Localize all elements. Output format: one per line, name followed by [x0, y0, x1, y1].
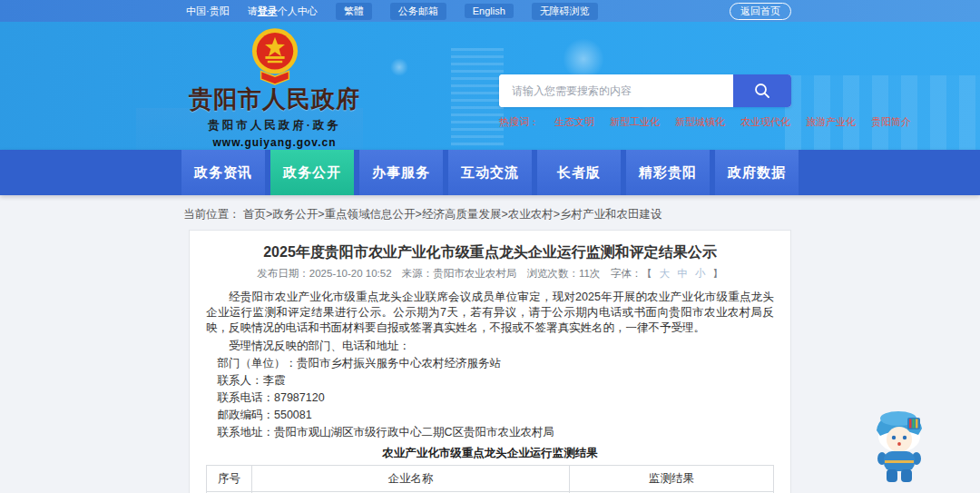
article-title: 2025年度贵阳市农业产业化市级重点龙头企业运行监测和评定结果公示 [206, 243, 774, 262]
site-name: 贵阳市人民政府 [186, 87, 363, 113]
region-link[interactable]: 中国·贵阳 [186, 5, 230, 18]
site-banner: 贵阳市人民政府 贵阳市人民政府·政务 www.guiyang.gov.cn 热搜… [0, 22, 980, 150]
traditional-chinese-link[interactable]: 繁體 [336, 3, 372, 20]
hot-word[interactable]: 旅游产业化 [806, 115, 856, 129]
login-suffix: 个人中心 [278, 5, 318, 16]
search-box [499, 74, 791, 107]
contact-address: 联系地址：贵阳市观山湖区市级行政中心二期C区贵阳市农业农村局 [206, 425, 774, 440]
search-button[interactable] [733, 74, 791, 107]
hot-search-row: 热搜词： 生态文明 新型工业化 新型城镇化 农业现代化 旅游产业化 贵阳简介 [499, 115, 791, 129]
main-navigation: 政务资讯 政务公开 办事服务 互动交流 长者版 精彩贵阳 政府数据 [0, 150, 980, 195]
english-link[interactable]: English [465, 4, 514, 18]
hot-word[interactable]: 贵阳简介 [871, 115, 911, 129]
publish-date: 发布日期：2025-10-20 10:52 [257, 268, 391, 279]
font-size-label-close: 】 [712, 268, 723, 279]
contact-person: 联系人：李霞 [206, 373, 774, 389]
search-area: 热搜词： 生态文明 新型工业化 新型城镇化 农业现代化 旅游产业化 贵阳简介 [499, 74, 791, 129]
national-emblem-icon [250, 27, 299, 85]
col-header-company: 企业名称 [252, 465, 570, 492]
contact-intro-paragraph: 受理情况反映的部门、电话和地址： [206, 339, 774, 354]
search-icon [753, 82, 771, 100]
font-size-medium[interactable]: 中 [677, 268, 688, 279]
return-home-button[interactable]: 返回首页 [730, 3, 791, 20]
nav-tab-zwgk-active[interactable]: 政务公开 [270, 150, 354, 195]
breadcrumb-path[interactable]: 首页>政务公开>重点领域信息公开>经济高质量发展>农业农村>乡村产业和农田建设 [243, 208, 662, 221]
hot-word[interactable]: 新型工业化 [610, 115, 660, 129]
nav-tab-zfsj[interactable]: 政府数据 [715, 150, 799, 195]
accessibility-link[interactable]: 无障碍浏览 [532, 3, 598, 20]
login-prefix: 请 [248, 5, 258, 16]
font-size-large[interactable]: 大 [660, 268, 671, 279]
col-header-result: 监测结果 [570, 465, 774, 492]
view-count: 浏览次数：11次 [527, 268, 601, 279]
cityscape-silhouette-right [785, 75, 980, 150]
breadcrumb-label: 当前位置： [183, 208, 240, 221]
breadcrumb: 当前位置： 首页>政务公开>重点领域信息公开>经济高质量发展>农业农村>乡村产业… [183, 207, 980, 222]
search-input[interactable] [499, 74, 733, 107]
font-size-small[interactable]: 小 [695, 268, 706, 279]
article-card: 2025年度贵阳市农业产业化市级重点龙头企业运行监测和评定结果公示 发布日期：2… [189, 230, 791, 493]
bokeh-light [390, 58, 408, 76]
nav-tab-hdjl[interactable]: 互动交流 [448, 150, 532, 195]
col-header-no: 序号 [207, 465, 252, 492]
topbar-links: 中国·贵阳 请登录个人中心 繁體 公务邮箱 English 无障碍浏览 [186, 3, 598, 20]
monitor-result-table: 序号 企业名称 监测结果 1 贵州合力超市采购有限公司 合格 2 贵州友禾种业有… [206, 465, 774, 493]
login-link[interactable]: 请登录个人中心 [248, 5, 318, 18]
contact-postcode: 邮政编码：550081 [206, 408, 774, 423]
assistant-mascot[interactable] [866, 406, 933, 486]
contact-phone: 联系电话：87987120 [206, 390, 774, 406]
site-subtitle: 贵阳市人民政府·政务 [186, 118, 363, 133]
nav-tab-bsfw[interactable]: 办事服务 [359, 150, 443, 195]
official-mail-link[interactable]: 公务邮箱 [390, 3, 446, 20]
login-strong[interactable]: 登录 [258, 5, 278, 16]
nav-tab-zwzx[interactable]: 政务资讯 [181, 150, 265, 195]
hot-word[interactable]: 新型城镇化 [675, 115, 725, 129]
site-logo[interactable]: 贵阳市人民政府 贵阳市人民政府·政务 www.guiyang.gov.cn [186, 27, 363, 149]
table-header-row: 序号 企业名称 监测结果 [207, 465, 774, 492]
article-meta: 发布日期：2025-10-20 10:52 来源：贵阳市农业农村局 浏览次数：1… [206, 267, 774, 281]
nav-tab-jcgy[interactable]: 精彩贵阳 [626, 150, 710, 195]
article-body: 经贵阳市农业产业化市级重点龙头企业联席会议成员单位审定，现对2025年开展的农业… [206, 290, 774, 493]
nav-tab-zzb[interactable]: 长者版 [537, 150, 621, 195]
cityscape-tower [451, 48, 504, 146]
hot-search-label: 热搜词： [499, 115, 539, 129]
table-caption: 农业产业化市级重点龙头企业运行监测结果 [206, 446, 774, 461]
contact-department: 部门（单位）：贵阳市乡村振兴服务中心农村经济服务站 [206, 356, 774, 371]
font-size-label: 字体：【 [611, 268, 652, 279]
hot-word[interactable]: 生态文明 [554, 115, 594, 129]
top-utility-bar: 中国·贵阳 请登录个人中心 繁體 公务邮箱 English 无障碍浏览 返回首页 [0, 0, 980, 22]
article-source: 来源：贵阳市农业农村局 [402, 268, 517, 279]
announcement-paragraph: 经贵阳市农业产业化市级重点龙头企业联席会议成员单位审定，现对2025年开展的农业… [206, 290, 774, 336]
hot-word[interactable]: 农业现代化 [740, 115, 790, 129]
site-url: www.guiyang.gov.cn [186, 136, 363, 149]
